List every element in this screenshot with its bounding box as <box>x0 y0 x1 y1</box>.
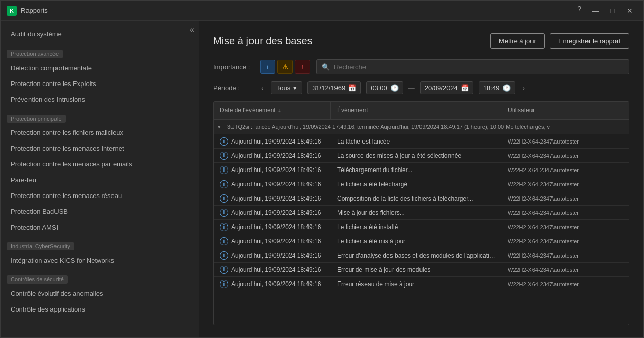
td-event: La tâche est lancée <box>331 136 501 147</box>
table-row[interactable]: i Aujourd'hui, 19/09/2024 18:49:16 Erreu… <box>214 277 629 291</box>
sidebar-item-internet[interactable]: Protection contre les menaces Internet <box>1 140 199 156</box>
clock-start-icon[interactable]: 🕐 <box>390 84 399 92</box>
importance-error-button[interactable]: ! <box>295 60 310 74</box>
time-end-input[interactable]: 18:49 🕐 <box>479 81 516 94</box>
period-prev-arrow[interactable]: ‹ <box>259 83 266 93</box>
title-bar: K Rapports ? — □ ✕ <box>1 1 643 21</box>
td-extra <box>613 154 629 158</box>
td-extra <box>613 196 629 201</box>
td-date: i Aujourd'hui, 19/09/2024 18:49:16 <box>214 192 331 205</box>
sidebar-item-intrusions[interactable]: Prévention des intrusions <box>1 92 199 107</box>
td-event: Téléchargement du fichier... <box>331 164 501 176</box>
group-row-text: 3tJTQ2si : lancée Aujourd'hui, 19/09/202… <box>223 122 623 132</box>
td-extra <box>613 282 629 286</box>
help-button[interactable]: ? <box>573 5 585 17</box>
importance-info-button[interactable]: i <box>260 60 275 74</box>
td-extra <box>613 139 629 144</box>
info-icon: i <box>220 280 228 288</box>
clock-end-icon[interactable]: 🕐 <box>502 84 511 92</box>
table-row[interactable]: i Aujourd'hui, 19/09/2024 18:49:16 Téléc… <box>214 163 629 177</box>
date-value: Aujourd'hui, 19/09/2024 18:49:16 <box>231 195 321 202</box>
sidebar-item-badusb[interactable]: Protection BadUSB <box>1 204 199 219</box>
td-date: i Aujourd'hui, 19/09/2024 18:49:16 <box>214 278 331 290</box>
save-report-button[interactable]: Enregistrer le rapport <box>550 33 629 49</box>
period-dropdown[interactable]: Tous ▾ <box>271 81 302 94</box>
td-date: i Aujourd'hui, 19/09/2024 18:49:16 <box>214 249 331 262</box>
th-date[interactable]: Date de l'événement ↓ <box>214 102 331 119</box>
td-event: Erreur de mise à jour des modules <box>331 264 501 275</box>
td-user: W22H2-X64-2347\autotester <box>501 208 613 218</box>
th-extra <box>613 102 629 119</box>
sidebar-item-firewall[interactable]: Pare-feu <box>1 172 199 188</box>
date-end-value: 20/09/2024 <box>425 84 458 92</box>
sort-icon: ↓ <box>278 107 281 114</box>
sidebar-item-audit[interactable]: Audit du système <box>1 25 199 43</box>
date-value: Aujourd'hui, 19/09/2024 18:49:16 <box>231 152 321 159</box>
date-value: Aujourd'hui, 19/09/2024 18:49:16 <box>231 238 321 245</box>
time-start-input[interactable]: 03:00 🕐 <box>366 81 403 94</box>
sidebar-item-apps[interactable]: Contrôle des applications <box>1 301 199 317</box>
sidebar-item-files[interactable]: Protection contre les fichiers malicieux <box>1 125 199 140</box>
importance-label: Importance : <box>213 63 254 71</box>
importance-warning-button[interactable]: ⚠ <box>277 60 293 74</box>
sidebar-item-exploits[interactable]: Protection contre les Exploits <box>1 76 199 92</box>
info-icon: i <box>220 194 228 203</box>
info-icon: i <box>220 266 228 274</box>
date-value: Aujourd'hui, 19/09/2024 18:49:16 <box>231 166 321 174</box>
th-event[interactable]: Événement <box>331 102 501 119</box>
calendar-end-icon[interactable]: 📅 <box>461 84 469 92</box>
td-date: i Aujourd'hui, 19/09/2024 18:49:16 <box>214 135 331 148</box>
info-icon: i <box>220 152 228 160</box>
td-date: i Aujourd'hui, 19/09/2024 18:49:16 <box>214 178 331 190</box>
time-start-value: 03:00 <box>371 84 387 92</box>
sidebar-collapse-button[interactable]: « <box>190 25 194 34</box>
sidebar-category-badge-controls: Contrôles de sécurité <box>7 275 68 284</box>
search-input[interactable] <box>334 63 624 71</box>
info-icon: i <box>220 209 228 217</box>
update-button[interactable]: Mettre à jour <box>490 33 545 49</box>
maximize-button[interactable]: □ <box>605 5 620 17</box>
app-title: Rapports <box>21 7 48 14</box>
td-extra <box>613 168 629 172</box>
app-logo: K <box>7 6 17 16</box>
group-row[interactable]: ▾ 3tJTQ2si : lancée Aujourd'hui, 19/09/2… <box>214 120 629 134</box>
table-row[interactable]: i Aujourd'hui, 19/09/2024 18:49:16 Erreu… <box>214 248 629 263</box>
importance-buttons: i ⚠ ! <box>260 60 310 74</box>
table-row[interactable]: i Aujourd'hui, 19/09/2024 18:49:16 Le fi… <box>214 220 629 234</box>
th-user[interactable]: Utilisateur <box>501 102 613 119</box>
chevron-down-icon: ▾ <box>293 84 297 92</box>
td-extra <box>613 211 629 215</box>
td-event: La source des mises à jour a été sélecti… <box>331 150 501 161</box>
date-start-input[interactable]: 31/12/1969 📅 <box>307 81 361 94</box>
page-title: Mise à jour des bases <box>213 35 313 47</box>
sidebar-item-emails[interactable]: Protection contre les menaces par emails <box>1 156 199 172</box>
date-end-input[interactable]: 20/09/2024 📅 <box>420 81 473 94</box>
td-extra <box>613 239 629 243</box>
table-row[interactable]: i Aujourd'hui, 19/09/2024 18:49:16 Compo… <box>214 191 629 206</box>
calendar-start-icon[interactable]: 📅 <box>348 84 356 92</box>
period-filter-row: Période : ‹ Tous ▾ 31/12/1969 📅 03:00 🕐 … <box>213 81 629 94</box>
close-button[interactable]: ✕ <box>622 5 637 17</box>
period-label: Période : <box>213 84 254 92</box>
info-icon: i <box>220 166 228 174</box>
sidebar-item-anomalies[interactable]: Contrôle évolutif des anomalies <box>1 286 199 301</box>
table-row[interactable]: i Aujourd'hui, 19/09/2024 18:49:16 La so… <box>214 149 629 163</box>
table-row[interactable]: i Aujourd'hui, 19/09/2024 18:49:16 Mise … <box>214 206 629 220</box>
date-start-value: 31/12/1969 <box>312 84 345 92</box>
sidebar-item-kics[interactable]: Intégration avec KICS for Networks <box>1 252 199 268</box>
sidebar-item-detection[interactable]: Détection comportementale <box>1 60 199 76</box>
table-row[interactable]: i Aujourd'hui, 19/09/2024 18:49:16 Le fi… <box>214 177 629 191</box>
search-box[interactable]: 🔍 <box>316 59 629 74</box>
sidebar-item-network[interactable]: Protection contre les menaces réseau <box>1 188 199 204</box>
td-event: Le fichier a été téléchargé <box>331 179 501 190</box>
table-row[interactable]: i Aujourd'hui, 19/09/2024 18:49:16 Le fi… <box>214 234 629 248</box>
period-next-arrow[interactable]: › <box>520 83 527 93</box>
date-value: Aujourd'hui, 19/09/2024 18:49:16 <box>231 266 321 273</box>
table-row[interactable]: i Aujourd'hui, 19/09/2024 18:49:16 La tâ… <box>214 134 629 149</box>
sidebar-item-amsi[interactable]: Protection AMSI <box>1 219 199 235</box>
content-area: Mise à jour des bases Mettre à jour Enre… <box>199 21 643 337</box>
table-row[interactable]: i Aujourd'hui, 19/09/2024 18:49:16 Erreu… <box>214 263 629 277</box>
events-table: Date de l'événement ↓ Événement Utilisat… <box>213 101 629 325</box>
minimize-button[interactable]: — <box>587 5 603 17</box>
title-bar-left: K Rapports <box>7 6 48 16</box>
